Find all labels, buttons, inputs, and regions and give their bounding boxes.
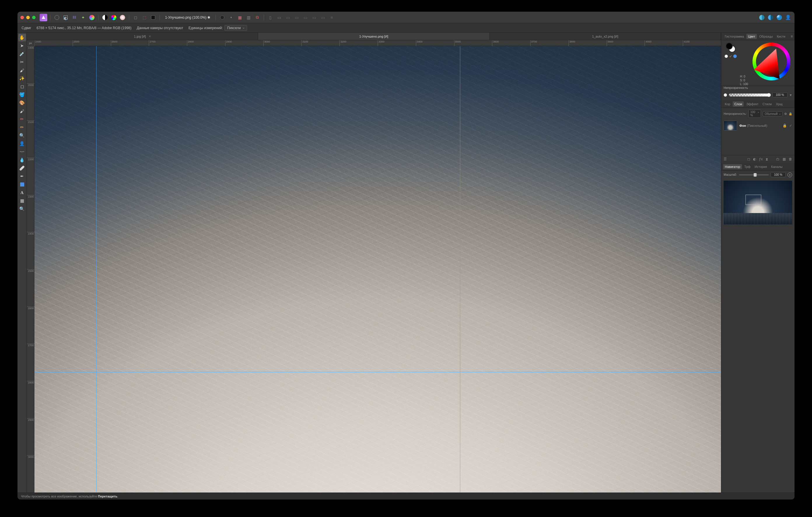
marquee-tool[interactable]: ◻ <box>18 83 26 90</box>
tab-stock[interactable]: Хрщ <box>774 101 784 107</box>
gradient-tool[interactable]: 🎨 <box>18 99 26 107</box>
erase-tool[interactable]: ✏ <box>18 115 26 123</box>
adjustment-layer-icon[interactable]: ◐ <box>753 157 756 161</box>
add-layer-icon[interactable]: ▦ <box>783 157 786 161</box>
arrange-4-icon[interactable]: ▭ <box>302 14 309 21</box>
selection-marquee-icon[interactable]: ◻ <box>132 14 139 21</box>
paint-brush-tool[interactable]: 🖌 <box>18 107 26 115</box>
persona-liquify-icon[interactable]: ◐ <box>62 14 69 21</box>
navigator-preview[interactable] <box>724 181 792 224</box>
document-tab[interactable]: 1-Улучшено.png [И] <box>258 33 489 40</box>
mask-layer-icon[interactable]: ◻ <box>747 157 750 161</box>
snapping-icon[interactable]: ⧉ <box>254 14 261 21</box>
document-tab[interactable]: 1.jpg [И]× <box>27 33 258 40</box>
clone-tool[interactable]: ✏ <box>18 124 26 131</box>
opacity-slider[interactable] <box>729 94 771 96</box>
layers-stack-icon[interactable]: ☰ <box>724 157 727 161</box>
close-window-button[interactable] <box>21 16 24 19</box>
tab-transform[interactable]: Трф <box>743 164 752 169</box>
layer-thumbnail[interactable] <box>724 121 737 130</box>
persona-tone-icon[interactable]: ✦ <box>80 14 87 21</box>
selection-refine-icon[interactable]: ⬚ <box>141 14 148 21</box>
ruler-unit-label[interactable]: px <box>27 40 34 46</box>
guide-horizontal[interactable] <box>34 372 721 372</box>
magic-wand-tool[interactable]: ✨ <box>18 74 26 82</box>
close-tab-icon[interactable]: × <box>149 34 151 38</box>
smudge-tool[interactable]: 〰 <box>18 148 26 156</box>
tab-adjustments[interactable]: Кор <box>723 101 732 107</box>
tab-effects[interactable]: Эффект <box>744 101 760 107</box>
tab-histogram[interactable]: Гистограмма <box>723 34 746 39</box>
color-picker-tool[interactable]: 💉 <box>18 50 26 58</box>
recent-color-icon[interactable] <box>733 55 737 58</box>
reset-colors-icon[interactable] <box>725 55 728 58</box>
flood-fill-tool[interactable]: 🪣 <box>18 91 26 98</box>
view-mode-icon[interactable] <box>219 14 226 21</box>
zoom-add-icon[interactable]: + <box>787 173 792 177</box>
zoom-tool[interactable]: 🔍 <box>18 205 26 213</box>
assistant-3-icon[interactable] <box>776 14 783 21</box>
persona-export-icon[interactable] <box>88 14 95 21</box>
zoom-slider[interactable] <box>739 174 769 176</box>
selection-brush-tool[interactable]: 🖌 <box>18 66 26 74</box>
pen-tool[interactable]: ✒ <box>18 173 26 180</box>
layer-row[interactable]: Фон (Пиксельный) 🔒 ✓ <box>721 120 794 132</box>
blur-tool[interactable]: 💧 <box>18 156 26 164</box>
assistant-2-icon[interactable] <box>767 14 774 21</box>
grid-icon[interactable]: ▦ <box>236 14 243 21</box>
layer-lock-icon[interactable]: 🔒 <box>789 112 792 115</box>
arrange-6-icon[interactable]: ▭ <box>319 14 326 21</box>
document-tab[interactable]: 1_auto_x2.png [И] <box>490 33 721 40</box>
text-tool[interactable]: A <box>18 189 26 196</box>
live-filter-icon[interactable]: ⧗ <box>765 157 768 161</box>
layer-visibility-checkbox[interactable]: ✓ <box>789 124 792 128</box>
healing-tool[interactable]: 🩹 <box>18 164 26 172</box>
dodge-tool[interactable]: 🔍 <box>18 132 26 139</box>
tab-color[interactable]: Цвет <box>746 34 757 39</box>
tab-layers[interactable]: Слои <box>733 101 744 107</box>
guide-vertical[interactable] <box>96 46 96 492</box>
move-tool[interactable]: ➤ <box>18 42 26 50</box>
view-dropdown-icon[interactable]: ▾ <box>228 14 234 21</box>
color-wheel-icon[interactable] <box>110 14 117 21</box>
panel-menu-icon[interactable]: ≡ <box>791 34 793 38</box>
canvas-viewport[interactable]: px 2400250026002700280029003000310032003… <box>27 40 721 492</box>
zoom-value[interactable]: 100 % <box>771 172 786 177</box>
tab-swatches[interactable]: Образцы <box>757 34 774 39</box>
hand-tool[interactable]: ✋ <box>18 34 26 41</box>
arrange-back-icon[interactable]: ▯ <box>267 14 274 21</box>
canvas[interactable] <box>34 46 721 492</box>
tab-history[interactable]: История <box>753 164 769 169</box>
shape-tool[interactable] <box>18 181 26 188</box>
crop-tool[interactable]: ✂ <box>18 58 26 66</box>
arrange-group-icon[interactable]: ▭ <box>276 14 283 21</box>
opacity-dropdown-icon[interactable]: ▾ <box>789 93 792 97</box>
tab-styles[interactable]: Стили <box>761 101 774 107</box>
arrange-2-icon[interactable]: ▭ <box>284 14 291 21</box>
contrast-icon[interactable] <box>102 14 109 21</box>
opacity-value[interactable]: 100 % <box>772 92 787 97</box>
mesh-warp-tool[interactable]: ▦ <box>18 197 26 205</box>
layer-settings-icon[interactable]: ⚙ <box>784 112 787 115</box>
ruler-vertical[interactable]: 1900200021002200230024002500260027002800… <box>27 46 34 492</box>
color-swatch-pair[interactable] <box>726 42 735 53</box>
arrange-5-icon[interactable]: ▭ <box>311 14 318 21</box>
layer-lock-indicator-icon[interactable]: 🔒 <box>783 124 787 128</box>
persona-photo-icon[interactable] <box>53 14 60 21</box>
assistant-1-icon[interactable] <box>758 14 765 21</box>
guides-icon[interactable]: ▥ <box>245 14 252 21</box>
arrange-3-icon[interactable]: ▭ <box>293 14 300 21</box>
tab-navigator[interactable]: Навигатор <box>723 164 742 169</box>
persona-develop-icon[interactable]: ⦀⦀ <box>71 14 78 21</box>
guide-vertical[interactable] <box>460 46 460 492</box>
delete-layer-icon[interactable]: 🗑 <box>789 157 792 161</box>
tab-channels[interactable]: Каналы <box>770 164 784 169</box>
tab-brushes[interactable]: Кисти <box>775 34 787 39</box>
layer-opacity-value[interactable]: 100 % <box>748 110 761 118</box>
fx-layer-icon[interactable]: ƒx <box>759 157 763 161</box>
minimize-window-button[interactable] <box>26 16 30 19</box>
blend-mode-select[interactable]: Обычный <box>763 111 783 116</box>
account-icon[interactable]: 👤 <box>785 14 791 21</box>
zoom-window-button[interactable] <box>32 16 36 19</box>
quick-mask-icon[interactable] <box>150 14 156 21</box>
